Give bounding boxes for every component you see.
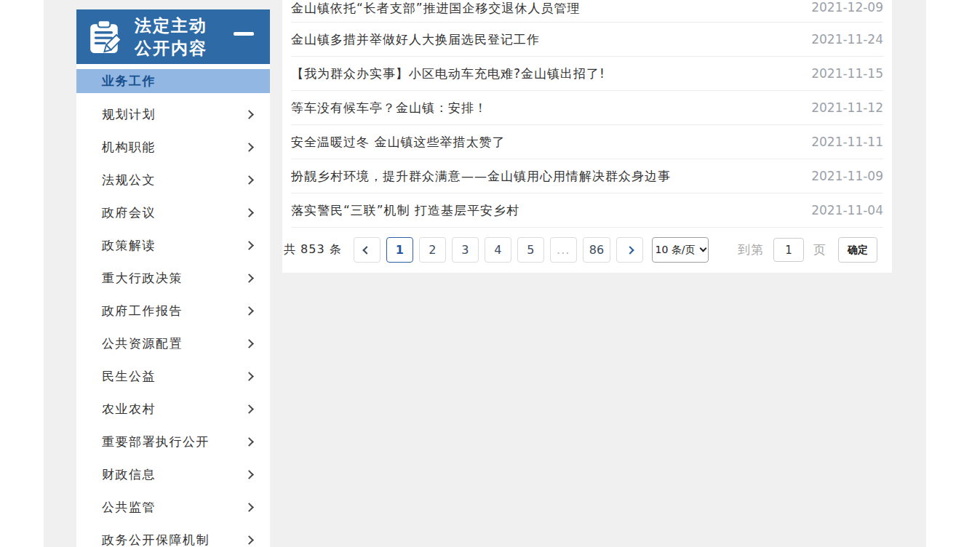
chevron-right-icon	[244, 110, 254, 119]
sidebar-item-label: 公共监管	[102, 499, 156, 516]
chevron-right-icon	[244, 339, 254, 348]
goto-page-group: 到第 页 确定	[738, 237, 877, 263]
news-title[interactable]: 【我为群众办实事】小区电动车充电难?金山镇出招了!	[291, 65, 605, 82]
sidebar-item-active[interactable]: 业务工作	[76, 69, 270, 93]
sidebar-item[interactable]: 农业农村	[76, 393, 270, 426]
news-title[interactable]: 落实警民“三联”机制 打造基层平安乡村	[291, 202, 519, 219]
chevron-right-icon	[244, 372, 254, 381]
sidebar-item-label: 政策解读	[102, 237, 156, 254]
sidebar-title: 法定主动 公开内容	[135, 15, 207, 60]
news-row[interactable]: 金山镇多措并举做好人大换届选民登记工作 2021-11-24	[291, 23, 883, 57]
news-title[interactable]: 金山镇依托“长者支部”推进国企移交退休人员管理	[291, 0, 581, 17]
news-list: 金山镇依托“长者支部”推进国企移交退休人员管理 2021-12-09 金山镇多措…	[282, 0, 892, 228]
sidebar-item-label: 公共资源配置	[102, 335, 183, 352]
sidebar-item-label: 法规公文	[102, 172, 156, 188]
news-date: 2021-11-12	[811, 100, 883, 115]
chevron-right-icon	[244, 535, 254, 545]
chevron-right-icon	[626, 246, 634, 254]
news-date: 2021-11-24	[811, 32, 883, 47]
sidebar-menu: 规划计划 机构职能 法规公文 政府会议 政策解读 重大行政决策 政府工作报告	[76, 93, 270, 547]
page-size-select[interactable]: 10 条/页	[652, 237, 709, 263]
clipboard-pencil-icon	[87, 18, 123, 56]
news-title[interactable]: 金山镇多措并举做好人大换届选民登记工作	[291, 31, 540, 48]
sidebar-item[interactable]: 机构职能	[76, 131, 270, 164]
goto-prefix-label: 到第	[738, 241, 764, 258]
collapse-minus-icon[interactable]	[234, 32, 254, 36]
sidebar-item[interactable]: 民生公益	[76, 360, 270, 393]
next-page-button[interactable]	[616, 237, 643, 263]
sidebar: 法定主动 公开内容 业务工作 规划计划 机构职能 法规公文 政府会议 政策解读	[76, 9, 270, 547]
news-row[interactable]: 等车没有候车亭？金山镇：安排！ 2021-11-12	[291, 91, 883, 125]
page-button-2[interactable]: 2	[419, 237, 446, 263]
chevron-right-icon	[244, 274, 254, 283]
sidebar-item-label: 民生公益	[102, 368, 156, 385]
chevron-right-icon	[244, 437, 254, 447]
sidebar-item[interactable]: 政策解读	[76, 229, 270, 262]
confirm-button[interactable]: 确定	[838, 237, 877, 263]
chevron-right-icon	[244, 175, 254, 185]
sidebar-item[interactable]: 规划计划	[76, 98, 270, 131]
news-row[interactable]: 扮靓乡村环境，提升群众满意——金山镇用心用情解决群众身边事 2021-11-09	[291, 159, 883, 193]
sidebar-item-label: 规划计划	[102, 106, 156, 123]
page-button-5[interactable]: 5	[517, 237, 544, 263]
sidebar-item-label: 财政信息	[102, 466, 156, 483]
page-button-86[interactable]: 86	[583, 237, 610, 263]
sidebar-item-label: 政府工作报告	[102, 303, 183, 319]
sidebar-item-label: 重大行政决策	[102, 270, 183, 287]
sidebar-item-label: 政府会议	[102, 204, 156, 221]
news-panel: 金山镇依托“长者支部”推进国企移交退休人员管理 2021-12-09 金山镇多措…	[282, 0, 892, 273]
sidebar-item-label: 政务公开保障机制	[102, 532, 210, 547]
sidebar-item[interactable]: 重要部署执行公开	[76, 426, 270, 458]
pagination-bar: 共 853 条 1 2 3 4 5 ... 86 10 条/页 到第 页 确定	[282, 228, 892, 272]
chevron-right-icon	[244, 503, 254, 512]
prev-page-button[interactable]	[354, 237, 381, 263]
news-date: 2021-11-04	[811, 203, 883, 217]
sidebar-item[interactable]: 公共资源配置	[76, 327, 270, 360]
goto-suffix-label: 页	[813, 241, 826, 258]
news-date: 2021-11-15	[811, 66, 883, 81]
chevron-left-icon	[363, 246, 371, 254]
news-title[interactable]: 安全温暖过冬 金山镇这些举措太赞了	[291, 134, 505, 151]
news-date: 2021-11-09	[811, 169, 883, 183]
sidebar-item-label: 农业农村	[102, 401, 156, 418]
chevron-right-icon	[244, 470, 254, 479]
news-row[interactable]: 【我为群众办实事】小区电动车充电难?金山镇出招了! 2021-11-15	[291, 57, 883, 91]
page-ellipsis[interactable]: ...	[550, 237, 577, 263]
news-row[interactable]: 安全温暖过冬 金山镇这些举措太赞了 2021-11-11	[291, 125, 883, 159]
sidebar-item[interactable]: 政府工作报告	[76, 295, 270, 327]
news-row[interactable]: 金山镇依托“长者支部”推进国企移交退休人员管理 2021-12-09	[291, 0, 883, 23]
pagination-total: 共 853 条	[284, 242, 342, 257]
sidebar-header: 法定主动 公开内容	[76, 9, 270, 64]
sidebar-title-line1: 法定主动	[135, 15, 207, 37]
page-button-3[interactable]: 3	[452, 237, 479, 263]
chevron-down-icon	[699, 245, 706, 252]
page-button-4[interactable]: 4	[485, 237, 511, 263]
news-row[interactable]: 落实警民“三联”机制 打造基层平安乡村 2021-11-04	[291, 193, 883, 228]
sidebar-item[interactable]: 政务公开保障机制	[76, 524, 270, 547]
goto-page-input[interactable]	[773, 238, 804, 262]
news-date: 2021-11-11	[811, 135, 883, 149]
news-date: 2021-12-09	[811, 0, 883, 15]
sidebar-item[interactable]: 政府会议	[76, 196, 270, 229]
page-button-1[interactable]: 1	[386, 237, 413, 263]
sidebar-item[interactable]: 财政信息	[76, 458, 270, 491]
sidebar-item[interactable]: 公共监管	[76, 491, 270, 524]
sidebar-item-label: 业务工作	[102, 73, 156, 89]
news-title[interactable]: 等车没有候车亭？金山镇：安排！	[291, 100, 487, 116]
sidebar-item-label: 重要部署执行公开	[102, 434, 210, 450]
sidebar-item[interactable]: 法规公文	[76, 164, 270, 196]
news-title[interactable]: 扮靓乡村环境，提升群众满意——金山镇用心用情解决群众身边事	[291, 168, 671, 185]
chevron-right-icon	[244, 241, 254, 250]
chevron-right-icon	[244, 143, 254, 152]
chevron-right-icon	[244, 306, 254, 316]
page-size-value: 10 条/页	[656, 244, 696, 257]
sidebar-title-line2: 公开内容	[135, 37, 207, 60]
sidebar-item-label: 机构职能	[102, 139, 156, 156]
chevron-right-icon	[244, 208, 254, 217]
chevron-right-icon	[244, 404, 254, 414]
sidebar-item[interactable]: 重大行政决策	[76, 262, 270, 295]
